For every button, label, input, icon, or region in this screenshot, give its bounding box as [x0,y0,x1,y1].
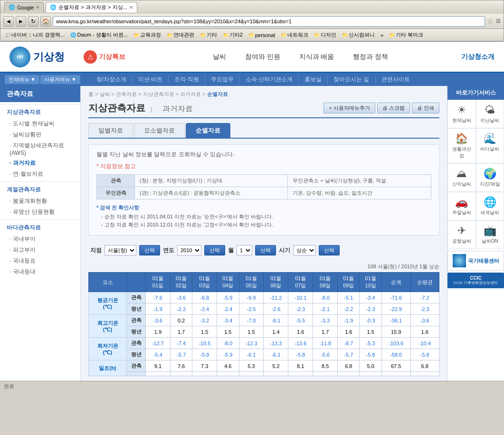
sidebar-item-aws[interactable]: 지역별상세관측자료(AWS) [0,140,80,158]
sun-norm-d9 [338,372,360,376]
refresh-button[interactable]: ↻ [28,16,38,27]
bookmark-edu[interactable]: 📁 교육과정 [131,30,163,39]
bookmark-network[interactable]: 📁 네트워크 [278,30,311,39]
qs-weather-on[interactable]: 📺 날씨ON [476,220,504,249]
qs-sea-weather[interactable]: 🌊 바다날씨 [476,128,504,163]
bookmark-design[interactable]: 📁 디자인 [312,30,339,39]
station-link[interactable]: * 지점정보 참고 [96,162,431,170]
tab-element[interactable]: 요소별자료 [134,123,185,138]
home-button[interactable]: 🏠 [40,16,51,27]
year-select[interactable]: 2010 [177,245,201,255]
sub-nav-org[interactable]: 조직·직원 [169,76,205,84]
sidebar-item-city-weather[interactable]: 도시별 현재날씨 [0,118,80,129]
sun-obs-d2: 7.6 [170,360,192,372]
sub-nav-pr[interactable]: 홍보실 [299,76,328,84]
breadcrumb-surface[interactable]: 지상관측자료 [143,91,174,97]
scrap-button[interactable]: 🖨 스크랩 [377,103,410,113]
print-button[interactable]: 🖨 인쇄 [412,103,439,113]
bookmark-personal[interactable]: 📁 personal [246,31,277,39]
breadcrumb-past[interactable]: 과거자료 [180,91,201,97]
qs-past-weather[interactable]: 🌤 지난날씨 [476,100,504,128]
station-select-button[interactable]: 선택 [139,245,160,255]
month-select-button[interactable]: 선택 [255,245,276,255]
bookmark-design-icon: 📁 [314,32,320,38]
nav-knowledge[interactable]: 지식과 배움 [299,53,334,61]
month-select[interactable]: 1 [237,245,252,255]
bookmark-etc2[interactable]: 📁 기타2 [220,30,245,39]
station-filter-label: 지점 [90,246,102,255]
sidebar-item-domestic-buoy[interactable]: 국내부이 [0,234,80,245]
forward-button[interactable]: ► [16,16,26,27]
qs-airport[interactable]: ✈ 공항날씨 [447,220,476,249]
tab-daily[interactable]: 일별자료 [88,123,133,138]
qs-mountain-label: 산악날씨 [452,181,471,188]
menu-icon[interactable]: ≡ [495,16,501,26]
breadcrumb-home[interactable]: 홈 [88,91,94,97]
alert-text[interactable]: 기상특보 [99,53,125,61]
avg-obs-sum: -71.6 [381,292,410,303]
bookmark-more[interactable]: » [378,31,386,39]
tab-close-icon[interactable]: ✕ [36,5,39,10]
sub-nav-related[interactable]: 관련사이트 [376,76,416,84]
sub-nav-directions[interactable]: 찾아오시는 길 [328,76,375,84]
sidebar-item-foliage[interactable]: 유명산 단풍현황 [0,207,80,218]
browser-tab-kma[interactable]: 🌐 순별자료 > 과거자료 > 지상... ✕ [46,2,137,12]
sun-obs-avg: 6.8 [410,360,439,372]
intro-link[interactable]: 기상청소개 [461,53,494,61]
qs-earthquake-icon: 🌍 [484,168,496,180]
bookmark-daum[interactable]: 🌐 Daum - 생활이 바뀐... [68,30,130,39]
address-bar[interactable] [53,16,485,27]
bookmark-all[interactable]: 📁 기타 북마크 [387,30,426,39]
sun-obs-d6: 5.2 [264,360,288,372]
kma-center-banner[interactable]: 국기태풍센터 [447,251,504,271]
sun-norm-d4 [217,372,239,376]
logo-area[interactable]: oH 기상청 [10,47,65,67]
sidebar-item-lighthouse[interactable]: 국내등대 [0,266,80,277]
breadcrumb-weather[interactable]: 날씨 [100,91,110,97]
time-select[interactable]: 상순 [293,245,316,255]
browser-tab-google[interactable]: 🌐 Google ✕ [4,2,44,12]
qs-life-industry[interactable]: 🏠 생활과산업 [447,128,476,163]
bookmark-etc[interactable]: 📁 기타 [198,30,219,39]
qs-mountain[interactable]: ⛰ 산악날씨 [447,163,476,192]
max-norm-d8: 1.7 [313,326,338,338]
sidebar-item-weather-board[interactable]: 날씨상황판 [0,129,80,140]
nav-participation[interactable]: 참여와 민원 [245,53,280,61]
sidebar-item-wave-buoy[interactable]: 파고부이 [0,245,80,255]
nav-admin[interactable]: 행정과 정책 [353,53,388,61]
bookmark-yeon[interactable]: 📁 연대관련 [164,30,197,39]
table-row: 일조(h) 관측 9.1 7.6 7.3 4.6 5.3 5.2 8.1 8.5… [89,360,439,372]
qs-earthquake[interactable]: 🌍 지진/해일 [476,163,504,192]
back-button[interactable]: ◄ [3,16,14,27]
station-select[interactable]: 서울(청) [105,245,136,255]
qs-weekend[interactable]: 🚗 주말날씨 [447,192,476,220]
qs-current-weather[interactable]: ☀ 현재날씨 [447,100,476,128]
tab-tenday[interactable]: 순별자료 [186,123,230,138]
bookmark-naver[interactable]: 📰 네이버 :: 나의 경쟁력... [2,30,67,39]
sub-nav-main-work[interactable]: 주요업무 [205,76,240,84]
bookmark-sinsi[interactable]: 📁 신시컴퍼니 [340,30,377,39]
nav-weather[interactable]: 날씨 [213,53,226,61]
sidebar-item-lighthouse-table[interactable]: 국내등표 [0,255,80,266]
bookmark-star-icon[interactable]: ☆ [487,17,494,26]
th-day3: 01월03일 [192,273,217,292]
sub-nav-dept[interactable]: 청/차장소개 [91,76,133,84]
sidebar-item-yearmonth[interactable]: 연·월보자료 [0,169,80,180]
sub-nav-affiliated[interactable]: 소속·산하기관소개 [240,76,299,84]
add-user-menu-button[interactable]: + 사용자메뉴추가 [323,103,375,113]
tab-close-kma-icon[interactable]: ✕ [129,5,133,10]
max-obs-d3: -3.2 [192,315,217,326]
qs-world[interactable]: 🌐 세계날씨 [476,192,504,220]
user-menu-button[interactable]: 사용자메뉴 ▼ [40,75,80,84]
ccic-banner[interactable]: CCIC CCIC 기후변화정보보센터 [447,273,504,288]
sub-nav-mission[interactable]: 미션·비전 [133,76,169,84]
search-button[interactable]: 선택 [319,245,340,255]
sidebar-title: 관측자료 [0,86,80,102]
sidebar-item-flower[interactable]: 봄꽃개화현황 [0,196,80,207]
breadcrumb-observation[interactable]: 관측자료 [116,91,137,97]
sidebar-item-past-data[interactable]: 과거자료 [0,158,80,169]
year-select-button[interactable]: 선택 [204,245,225,255]
max-obs-d10: -0.3 [360,315,381,326]
min-norm-d6: -6.1 [264,349,288,360]
full-menu-button[interactable]: 전체메뉴 ▼ [5,75,39,84]
